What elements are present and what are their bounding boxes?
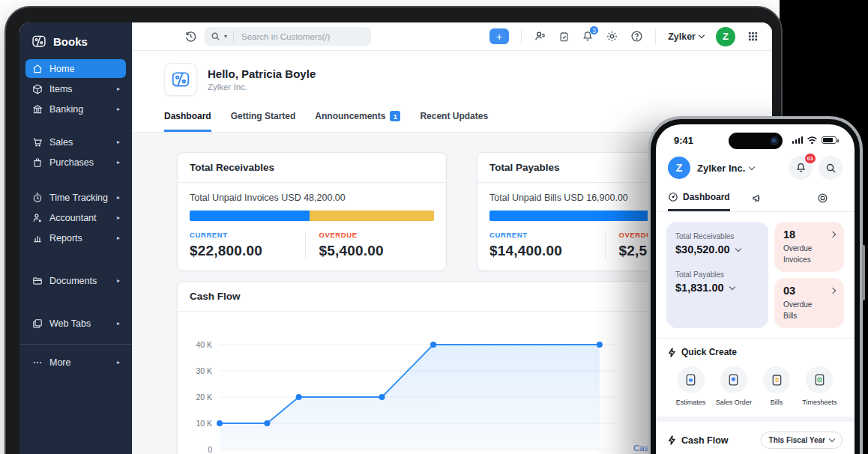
tab-getting-started[interactable]: Getting Started [231,111,296,132]
payables-amount: $1,831.00 [675,282,724,294]
overdue-invoices-count: 18 [783,228,835,240]
phone-tab-bar: Dashboard [656,180,855,212]
receivables-subtitle: Total Unpaid Invoices USD 48,200.00 [190,193,434,203]
search-input[interactable] [240,31,352,42]
receivables-label: Total Receivables [675,232,759,240]
section-band [656,417,855,422]
battery-icon [822,136,837,144]
settings-gear-icon[interactable] [606,30,618,43]
org-name: Zylker [668,31,696,42]
phone-org-name: Zylker Inc. [697,163,745,174]
sidebar-item-sales[interactable]: Sales ▸ [25,133,126,151]
avatar-initial: Z [723,31,729,42]
search-scope-caret-icon[interactable]: ▾ [224,33,227,40]
quick-create-button[interactable]: + [489,28,509,44]
overdue-invoices-card[interactable]: 18 Overdue Invoices [774,222,844,272]
overdue-bills-card[interactable]: 03 Overdue Bills [774,278,844,328]
current-label: CURRENT [190,231,305,239]
cash-flow-clipped-link[interactable]: Cas [633,444,648,453]
card-title: Total Receivables [178,153,446,183]
submenu-arrow-icon: ▸ [117,320,120,327]
quick-create-section: Quick Create Estimates Sales Order Bills [656,339,855,417]
recent-activity-icon[interactable] [184,30,197,43]
tab-recent-updates[interactable]: Recent Updates [420,111,488,132]
cash-flow-card: Cash Flow 40 K30 K20 K10 K0 Cas [177,281,702,454]
help-icon[interactable] [630,30,643,43]
sidebar-item-documents[interactable]: Documents ▸ [25,271,126,290]
sidebar-item-accountant[interactable]: Accountant ▸ [25,208,126,227]
dynamic-island [729,133,783,149]
submenu-arrow-icon: ▸ [117,85,120,92]
tab-label: Announcements [315,111,385,121]
current-label: CURRENT [489,231,605,239]
referral-icon[interactable] [534,30,546,43]
phone-payables[interactable]: Total Payables $1,831.00 [666,263,768,301]
bag-icon [31,157,43,168]
sidebar-item-label: Web Tabs [49,318,91,329]
submenu-arrow-icon: ▸ [117,234,120,241]
card-title: Cash Flow [178,282,701,312]
phone-notifications-button[interactable]: 01 [789,156,813,180]
sidebar-item-label: Reports [49,233,82,243]
sidebar-item-items[interactable]: Items ▸ [25,79,126,98]
quick-create-label: Bills [771,399,783,406]
fiscal-year-filter[interactable]: This Fiscal Year [761,432,843,449]
greeting-text: Hello, Patricia Boyle [208,67,316,80]
topbar-divider [521,29,522,44]
books-logo-icon [31,34,46,49]
notifications-bell-icon[interactable]: 3 [582,30,594,43]
sidebar-item-reports[interactable]: Reports ▸ [25,228,126,247]
svg-text:40 K: 40 K [196,340,212,349]
bolt-icon [668,348,676,357]
phone-org-switcher[interactable]: Zylker Inc. [697,163,754,174]
payables-label: Total Payables [675,270,759,279]
sidebar-item-more[interactable]: More ▸ [25,353,126,372]
sidebar-item-home[interactable]: Home [25,59,126,78]
tab-announcements[interactable]: Announcements 1 [315,111,400,132]
phone-cash-flow-title: Cash Flow [681,435,729,446]
quick-create-estimates[interactable]: Estimates [669,366,712,406]
chevron-down-icon [699,32,705,38]
sidebar-item-time-tracking[interactable]: Time Tracking ▸ [25,188,126,207]
bolt-icon [668,435,676,445]
org-circle-icon[interactable] [817,193,828,211]
phone-receivables[interactable]: Total Receivables $30,520.00 [666,225,768,263]
phone-tab-dashboard[interactable]: Dashboard [668,192,730,211]
overdue-label: OVERDUE [319,231,435,239]
search-divider [233,31,234,42]
apps-grid-icon[interactable] [747,31,759,42]
phone-side-button [862,245,865,300]
receivables-current-segment [190,211,310,221]
phone-org-avatar[interactable]: Z [668,157,690,179]
submenu-arrow-icon: ▸ [117,159,120,166]
phone-announcements-icon[interactable] [751,193,763,211]
sidebar-item-label: Items [49,84,73,94]
phone-search-button[interactable] [819,156,843,180]
webtabs-icon [31,318,43,329]
svg-text:20 K: 20 K [196,393,212,402]
subscription-icon[interactable] [558,31,570,43]
search-icon [211,31,220,41]
user-avatar[interactable]: Z [716,27,735,46]
reports-icon [31,232,43,243]
sidebar-item-web-tabs[interactable]: Web Tabs ▸ [25,314,126,333]
global-search[interactable]: ▾ [205,27,371,46]
clock-icon [31,192,43,203]
timesheets-doc-icon [814,374,825,386]
sidebar-item-purchases[interactable]: Purchases ▸ [25,153,126,172]
tab-dashboard[interactable]: Dashboard [164,111,211,132]
org-switcher[interactable]: Zylker [668,31,704,42]
topbar-divider [655,29,656,44]
phone-notification-badge: 01 [805,154,816,163]
quick-create-bills[interactable]: Bills [756,366,798,406]
sidebar-item-label: Sales [49,137,73,148]
items-icon [31,83,43,94]
notification-count-badge: 3 [589,25,599,35]
quick-create-sales-order[interactable]: Sales Order [712,366,755,406]
overdue-bills-label: Overdue Bills [783,300,825,321]
sidebar-item-label: Purchases [49,157,94,168]
quick-create-timesheets[interactable]: Timesheets [798,366,841,406]
fiscal-year-label: This Fiscal Year [769,436,825,444]
sidebar-item-banking[interactable]: Banking ▸ [25,100,126,118]
sidebar-item-label: Time Tracking [49,193,108,203]
